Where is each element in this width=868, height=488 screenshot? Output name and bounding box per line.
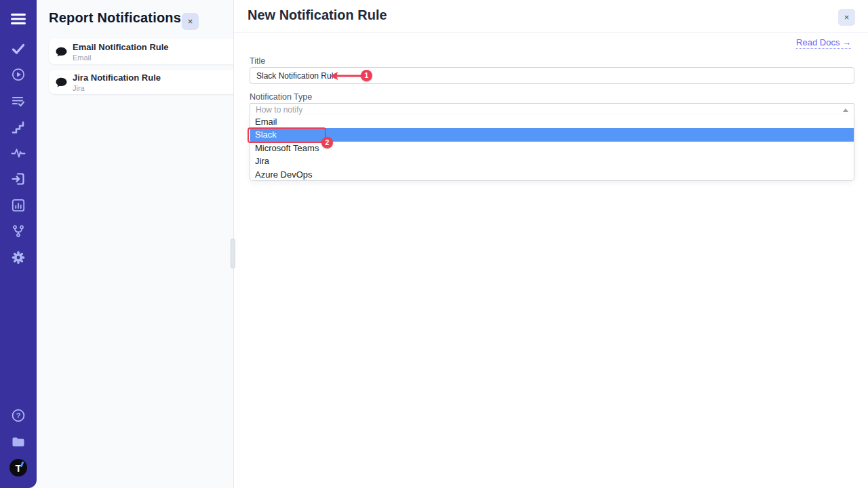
list-item-email-rule[interactable]: Email Notification Rule Email [49, 39, 233, 64]
nav-import-button[interactable] [10, 171, 26, 187]
list-item-jira-rule[interactable]: Jira Notification Rule Jira [49, 70, 233, 94]
option-jira[interactable]: Jira [250, 155, 854, 167]
rule-title: Jira Notification Rule [73, 73, 161, 83]
panel-title: Report Notifications [49, 10, 181, 26]
nav-runs-button[interactable] [10, 41, 26, 57]
new-rule-pane: New Notification Rule × Read Docs → Titl… [234, 0, 868, 488]
main-header: New Notification Rule × [234, 0, 868, 33]
notification-type-select[interactable]: How to notify [250, 103, 854, 116]
menu-icon [11, 13, 26, 25]
option-email[interactable]: Email [250, 115, 854, 128]
title-input[interactable] [250, 67, 854, 84]
nav-milestones-button[interactable] [10, 119, 26, 136]
folder-icon [11, 434, 26, 449]
report-notifications-panel: Report Notifications Email Notification … [37, 0, 233, 488]
sign-in-icon [11, 171, 26, 186]
list-check-icon [11, 94, 26, 108]
rule-subtitle: Jira [73, 84, 161, 92]
read-docs-link[interactable]: Read Docs → [796, 37, 851, 49]
rule-title: Email Notification Rule [73, 42, 169, 52]
play-circle-icon [11, 67, 26, 82]
bar-chart-icon [11, 198, 26, 213]
chat-bubble-icon [55, 76, 68, 89]
nav-analytics-button[interactable] [10, 145, 26, 161]
nav-settings-button[interactable] [10, 249, 26, 266]
help-button[interactable]: ? [10, 407, 26, 424]
panel-resize-handle[interactable] [231, 239, 235, 268]
notification-type-options: Email Slack Microsoft Teams Jira Azure D… [250, 115, 854, 181]
steps-icon [11, 120, 26, 135]
svg-text:?: ? [16, 411, 21, 420]
option-azure-devops[interactable]: Azure DevOps [250, 168, 854, 181]
option-slack[interactable]: Slack [250, 128, 854, 141]
rule-subtitle: Email [73, 54, 169, 62]
nav-plans-button[interactable] [10, 93, 26, 109]
check-icon [11, 41, 26, 56]
nav-branches-button[interactable] [10, 223, 26, 239]
menu-button[interactable] [10, 11, 26, 27]
nav-run-button[interactable] [10, 66, 26, 83]
chat-bubble-icon [55, 45, 68, 58]
notification-type-label: Notification Type [250, 92, 312, 102]
gear-icon [11, 250, 26, 265]
page-title: New Notification Rule [248, 7, 387, 23]
nav-reports-button[interactable] [10, 197, 26, 214]
select-placeholder: How to notify [256, 105, 302, 115]
option-microsoft-teams[interactable]: Microsoft Teams [250, 142, 854, 155]
chevron-up-icon [843, 108, 848, 112]
git-fork-icon [11, 224, 26, 239]
activity-icon [11, 146, 26, 161]
panel-close-button[interactable]: × [182, 13, 199, 30]
help-icon: ? [11, 408, 26, 423]
main-close-button[interactable]: × [838, 9, 855, 26]
title-label: Title [250, 56, 265, 66]
docs-button[interactable] [10, 434, 26, 450]
sidebar-rail: ? T [0, 0, 37, 488]
app-logo[interactable]: T [9, 459, 27, 476]
